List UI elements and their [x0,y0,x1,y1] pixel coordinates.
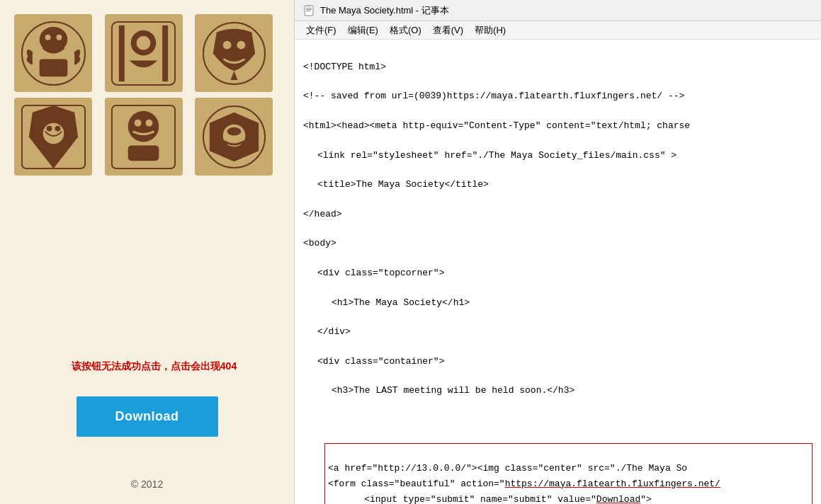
notepad-title: The Maya Society.html - 记事本 [320,4,449,17]
svg-point-2 [45,34,50,40]
svg-rect-4 [39,59,67,76]
menu-help[interactable]: 帮助(H) [469,23,511,38]
code-line-4: <link rel="stylesheet" href="./The Maya … [303,149,812,164]
code-line-highlight-block: <a href="http://13.0.0.0/"><img class="c… [324,443,812,504]
left-panel: 该按钮无法成功点击，点击会出现404 Download © 2012 [0,0,294,504]
notepad-window: The Maya Society.html - 记事本 文件(F) 编辑(E) … [294,0,821,504]
menu-edit[interactable]: 编辑(E) [342,23,384,38]
svg-point-3 [56,34,62,40]
warning-text: 该按钮无法成功点击，点击会出现404 [35,360,273,373]
input-tag: <input type="submit" name="submit" value… [328,494,652,504]
code-line-11: <div class="container"> [303,355,812,370]
svg-rect-26 [306,8,312,8]
glyph-3 [195,14,273,92]
glyph-6 [195,98,273,176]
code-line-2: <!-- saved from url=(0039)https://maya.f… [303,89,812,104]
svg-point-19 [135,119,142,126]
anchor-tag: <a href="http://13.0.0.0/"><img class="c… [328,463,687,474]
glyph-1 [14,14,92,92]
svg-point-16 [55,125,60,131]
svg-rect-27 [306,9,312,10]
notepad-titlebar: The Maya Society.html - 记事本 [295,0,821,21]
form-tag: <form class="beautiful" action="https://… [328,479,720,489]
notepad-icon [303,5,315,16]
glyph-2 [105,14,183,92]
svg-point-9 [137,35,151,50]
svg-rect-6 [119,25,125,81]
menu-view[interactable]: 查看(V) [427,23,469,38]
svg-rect-28 [306,11,310,11]
download-button[interactable]: Download [77,396,218,437]
svg-rect-29 [307,5,311,6]
notepad-menubar: 文件(F) 编辑(E) 格式(O) 查看(V) 帮助(H) [295,21,821,40]
code-line-5: <title>The Maya Society</title> [303,178,812,193]
glyph-5 [105,98,183,176]
maya-glyphs-grid [0,0,294,183]
menu-file[interactable]: 文件(F) [300,23,342,38]
svg-point-11 [222,40,231,49]
code-line-1: <!DOCTYPE html> [303,60,812,75]
svg-rect-21 [128,145,159,161]
svg-rect-7 [162,25,168,81]
copyright-text: © 2012 [131,479,163,490]
code-line-10: </div> [303,325,812,340]
svg-point-14 [43,122,64,144]
code-line-6: </head> [303,207,812,222]
svg-point-18 [128,110,159,142]
code-line-3: <html><head><meta http-equiv="Content-Ty… [303,119,812,134]
code-line-12: <h3>The LAST meeting will be held soon.<… [303,384,812,399]
glyph-4 [14,98,92,176]
menu-format[interactable]: 格式(O) [384,23,427,38]
code-line-9: <h1>The Maya Society</h1> [303,296,812,311]
code-line-7: <body> [303,236,812,251]
svg-point-24 [227,127,241,135]
svg-point-12 [237,40,245,49]
svg-point-15 [46,125,52,131]
svg-point-20 [146,119,153,126]
code-line-blank [303,413,812,428]
download-btn-container: Download [77,396,218,437]
notepad-content: <!DOCTYPE html> <!-- saved from url=(003… [295,40,821,504]
code-line-8: <div class="topcorner"> [303,266,812,281]
